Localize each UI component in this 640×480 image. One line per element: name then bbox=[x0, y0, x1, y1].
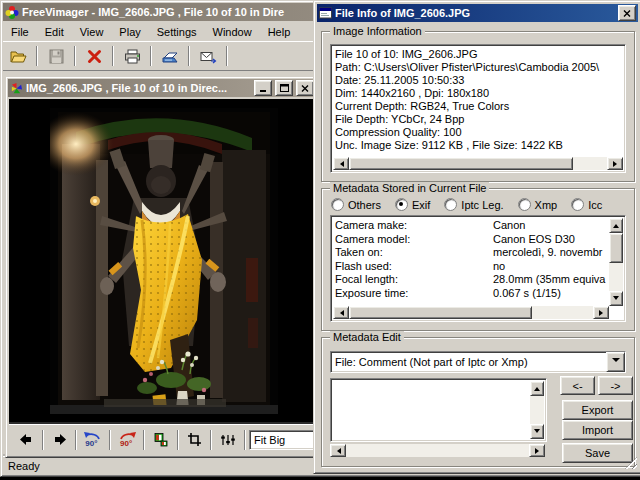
resize-button[interactable] bbox=[148, 429, 174, 451]
delete-button[interactable] bbox=[79, 44, 109, 68]
rotate-left-button[interactable]: 90° bbox=[80, 429, 106, 451]
toolbar-separator bbox=[75, 430, 77, 450]
metadata-group: Metadata Stored in Current File Others E… bbox=[321, 188, 635, 331]
image-information-group: Image Information File 10 of 10: IMG_260… bbox=[321, 31, 635, 182]
comment-textarea[interactable] bbox=[330, 378, 547, 442]
scan-button[interactable] bbox=[155, 44, 185, 68]
export-button[interactable]: Export bbox=[562, 400, 633, 420]
close-window-button[interactable] bbox=[296, 80, 314, 96]
toolbar-separator bbox=[177, 430, 179, 450]
radio-circle-selected-icon bbox=[395, 198, 408, 211]
image-window-logo-icon bbox=[10, 82, 23, 95]
print-button[interactable] bbox=[117, 44, 147, 68]
print-icon bbox=[124, 49, 141, 64]
next-icon bbox=[53, 433, 67, 446]
image-information-list[interactable]: File 10 of 10: IMG_2606.JPG Path: C:\Use… bbox=[330, 44, 626, 173]
toolbar-separator bbox=[210, 430, 212, 450]
email-button[interactable] bbox=[193, 44, 223, 68]
toolbar-separator bbox=[109, 430, 111, 450]
scroll-right-icon[interactable] bbox=[607, 157, 623, 170]
image-window-titlebar[interactable]: IMG_2606.JPG , File 10 of 10 in Direc... bbox=[8, 79, 316, 97]
minimize-button[interactable] bbox=[254, 80, 272, 96]
fit-mode-value: Fit Big bbox=[254, 434, 285, 446]
metadata-horizontal-scrollbar[interactable] bbox=[333, 306, 609, 319]
dropdown-chevron-icon[interactable] bbox=[606, 352, 625, 372]
previous-image-button[interactable] bbox=[13, 429, 39, 451]
radio-xmp[interactable]: Xmp bbox=[518, 198, 558, 211]
scroll-down-icon[interactable] bbox=[609, 291, 623, 306]
metadata-edit-group: Metadata Edit File: Comment (Not part of… bbox=[321, 337, 635, 467]
menu-settings[interactable]: Settings bbox=[149, 23, 205, 41]
scroll-up-icon[interactable] bbox=[609, 218, 623, 233]
menu-edit[interactable]: Edit bbox=[37, 23, 72, 41]
menu-window[interactable]: Window bbox=[205, 23, 260, 41]
radio-circle-icon bbox=[331, 198, 344, 211]
previous-icon bbox=[19, 433, 33, 446]
metadata-edit-label: Metadata Edit bbox=[330, 331, 404, 343]
scroll-left-icon[interactable] bbox=[333, 306, 349, 319]
menu-file[interactable]: File bbox=[3, 23, 37, 41]
save-metadata-button[interactable]: Save bbox=[562, 443, 633, 463]
toolbar-separator bbox=[150, 46, 152, 66]
scroll-right-icon[interactable] bbox=[529, 444, 545, 457]
info-line: File 10 of 10: IMG_2606.JPG bbox=[335, 48, 623, 61]
metadata-list[interactable]: Camera make:Canon Camera model:Canon EOS… bbox=[330, 215, 626, 322]
scroll-up-icon[interactable] bbox=[530, 381, 544, 396]
radio-circle-icon bbox=[444, 198, 457, 211]
comment-vertical-scrollbar[interactable] bbox=[530, 381, 544, 439]
rotate-right-icon: 90° bbox=[117, 431, 137, 449]
metadata-type-options: Others Exif Iptc Leg. Xmp Icc bbox=[331, 198, 602, 211]
info-line: Dim: 1440x2160 , Dpi: 180x180 bbox=[335, 87, 623, 100]
dialog-titlebar[interactable]: File Info of IMG_2606.JPG bbox=[317, 4, 638, 22]
status-text: Ready bbox=[8, 460, 40, 472]
image-toolbar: 90° 90° Fit bbox=[9, 424, 315, 454]
next-image-button[interactable] bbox=[47, 429, 73, 451]
info-line: Date: 25.11.2005 10:50:33 bbox=[335, 74, 623, 87]
save-icon bbox=[49, 49, 64, 64]
photo-statue-angkor bbox=[50, 108, 278, 414]
metadata-row: Flash used:no bbox=[335, 260, 608, 274]
metadata-label: Metadata Stored in Current File bbox=[330, 182, 489, 194]
save-button[interactable] bbox=[41, 44, 71, 68]
adjust-button[interactable] bbox=[215, 429, 241, 451]
scroll-right-icon[interactable] bbox=[593, 306, 609, 319]
crop-button[interactable] bbox=[182, 429, 208, 451]
info-line: File Depth: YCbCr, 24 Bpp bbox=[335, 113, 623, 126]
info-line: Compression Quality: 100 bbox=[335, 126, 623, 139]
menu-help[interactable]: Help bbox=[260, 23, 299, 41]
radio-circle-icon bbox=[571, 198, 584, 211]
info-line: Current Depth: RGB24, True Colors bbox=[335, 100, 623, 113]
scroll-down-icon[interactable] bbox=[530, 424, 544, 439]
info-line: Unc. Image Size: 9112 KB , File Size: 14… bbox=[335, 139, 623, 152]
move-right-button[interactable]: -> bbox=[598, 376, 633, 395]
menu-view[interactable]: View bbox=[72, 23, 112, 41]
delete-icon bbox=[87, 49, 102, 64]
toolbar-separator bbox=[226, 46, 228, 66]
rotate-left-icon: 90° bbox=[83, 431, 103, 449]
move-left-button[interactable]: <- bbox=[560, 376, 595, 395]
comment-horizontal-scrollbar[interactable] bbox=[330, 444, 545, 457]
radio-exif[interactable]: Exif bbox=[395, 198, 430, 211]
metadata-vertical-scrollbar[interactable] bbox=[609, 218, 623, 306]
info-horizontal-scrollbar[interactable] bbox=[333, 157, 623, 170]
fit-mode-select[interactable]: Fit Big bbox=[249, 430, 315, 450]
metadata-row: Exposure time:0.067 s (1/15) bbox=[335, 287, 608, 301]
maximize-button[interactable] bbox=[275, 80, 293, 96]
rotate-right-button[interactable]: 90° bbox=[114, 429, 140, 451]
radio-others[interactable]: Others bbox=[331, 198, 381, 211]
info-line: Path: C:\Users\Oliver Pfister\Pictures\C… bbox=[335, 61, 623, 74]
scroll-left-icon[interactable] bbox=[330, 444, 346, 457]
import-button[interactable]: Import bbox=[562, 420, 633, 440]
close-dialog-button[interactable] bbox=[618, 5, 636, 21]
metadata-row: Focal length:28.0mm (35mm equiva bbox=[335, 273, 608, 287]
open-button[interactable] bbox=[3, 44, 33, 68]
image-canvas bbox=[9, 99, 315, 425]
radio-iptc[interactable]: Iptc Leg. bbox=[444, 198, 503, 211]
menu-play[interactable]: Play bbox=[111, 23, 148, 41]
email-icon bbox=[200, 49, 217, 64]
metadata-row: Camera model:Canon EOS D30 bbox=[335, 233, 608, 247]
scroll-left-icon[interactable] bbox=[333, 157, 349, 170]
scan-icon bbox=[162, 49, 179, 64]
radio-icc[interactable]: Icc bbox=[571, 198, 602, 211]
metadata-edit-select[interactable]: File: Comment (Not part of Iptc or Xmp) bbox=[330, 351, 626, 373]
